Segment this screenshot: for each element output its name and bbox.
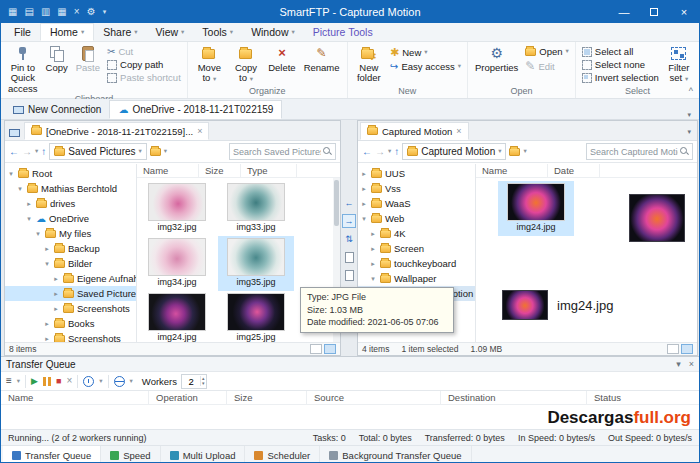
expand-arrow-icon[interactable]: ▸ (360, 200, 368, 208)
history-caret-icon[interactable]: ▾ (35, 148, 38, 155)
expand-arrow-icon[interactable]: ▸ (369, 260, 377, 268)
right-pane-tab[interactable]: Captured Motion× (360, 122, 469, 140)
thumbnail-view-button[interactable] (681, 344, 693, 354)
paste-shortcut-button[interactable]: Paste shortcut (104, 72, 184, 83)
thumbnail-view-button[interactable] (324, 344, 336, 354)
step-down-icon[interactable]: ▾ (202, 381, 205, 386)
chevron-down-icon[interactable]: ▾ (99, 378, 102, 385)
folder-window-icon[interactable]: ▥ (41, 7, 50, 17)
tree-item-uus[interactable]: ▸UUS (358, 166, 475, 181)
file-item[interactable]: img24.jpg (139, 291, 215, 342)
file-item[interactable]: img32.jpg (139, 181, 215, 236)
easy-access-button[interactable]: ↪Easy access▾ (387, 61, 464, 72)
favorites-caret-icon[interactable]: ▾ (164, 148, 167, 155)
copy-button[interactable]: Copy (42, 43, 72, 73)
tree-item-screen[interactable]: ▸Screen (358, 241, 475, 256)
column-header-type[interactable]: Type (241, 164, 297, 177)
chevron-down-icon[interactable]: ▾ (130, 378, 133, 385)
minimize-button[interactable]: — (609, 1, 639, 23)
tree-item-eigene-aufnahmen[interactable]: ▸Eigene Aufnahmen (5, 271, 136, 286)
workers-input[interactable] (182, 376, 200, 387)
list-view-button[interactable] (310, 344, 322, 354)
settings-icon[interactable]: ⚙ (87, 7, 96, 17)
transfer-right-button[interactable]: → (342, 214, 356, 228)
file-item[interactable]: img33.jpg (218, 181, 294, 236)
close-tab-icon[interactable]: × (456, 126, 461, 136)
address-bar[interactable]: Saved Pictures▾ (49, 143, 147, 160)
up-button[interactable]: ↑ (41, 147, 46, 157)
tab-onedrive-connection[interactable]: ☁OneDrive - 2018-11-21T022159 (109, 100, 282, 119)
search-box[interactable] (229, 143, 336, 160)
tree-item-onedrive[interactable]: ▾☁OneDrive (5, 211, 136, 226)
expand-arrow-icon[interactable]: ▸ (52, 305, 60, 313)
collapse-ribbon-button[interactable]: ^ (689, 86, 693, 96)
tree-item-screenshots-2[interactable]: ▸Screenshots (5, 331, 136, 342)
tab-background-transfer-queue[interactable]: Background Transfer Queue (320, 446, 471, 463)
pane-tabs-caret-icon[interactable]: ▾ (683, 128, 695, 140)
filter-set-button[interactable]: Filter set ▾ (662, 43, 696, 84)
tab-window[interactable]: Window▾ (242, 23, 304, 41)
open-button[interactable]: Open▾ (522, 46, 572, 57)
expand-arrow-icon[interactable]: ▾ (369, 275, 377, 283)
maximize-button[interactable] (639, 1, 669, 23)
scrollbar-thumb[interactable] (334, 180, 339, 226)
tree-item-4k[interactable]: ▸4K (358, 226, 475, 241)
tree-item-saved-pictures[interactable]: ▸Saved Pictures (5, 286, 136, 301)
favorites-folder-button[interactable] (509, 148, 520, 156)
connection-tabs-caret-icon[interactable]: ▾ (687, 111, 695, 119)
file-item[interactable]: img25.jpg (218, 291, 294, 342)
expand-arrow-icon[interactable]: ▸ (360, 185, 368, 193)
tab-speed[interactable]: Speed (101, 446, 160, 463)
new-folder-button[interactable]: ✱New folder (351, 43, 387, 84)
search-input[interactable] (590, 147, 678, 157)
tab-view[interactable]: View▾ (147, 23, 194, 41)
select-all-button[interactable]: Select all (579, 46, 662, 57)
expand-arrow-icon[interactable]: ▸ (360, 170, 368, 178)
schedule-icon[interactable] (83, 376, 94, 387)
tree-item-backup[interactable]: ▸Backup (5, 241, 136, 256)
select-none-button[interactable]: Select none (579, 59, 662, 70)
pin-to-quick-access-button[interactable]: Pin to Quick access (4, 43, 42, 94)
column-header-source[interactable]: Source (307, 391, 441, 404)
column-header-name[interactable]: Name (1, 391, 149, 404)
expand-arrow-icon[interactable]: ▾ (43, 260, 51, 268)
tree-item-books[interactable]: ▸Books (5, 316, 136, 331)
tab-tools[interactable]: Tools▾ (193, 23, 242, 41)
expand-arrow-icon[interactable]: ▾ (34, 230, 42, 238)
connection-icon[interactable]: ▤ (24, 7, 33, 17)
pane-list-icon[interactable] (7, 129, 24, 140)
column-header-name[interactable]: Name (476, 164, 548, 177)
back-button[interactable]: ← (362, 147, 372, 157)
paste-button[interactable]: Paste (72, 43, 104, 73)
network-icon[interactable] (114, 376, 125, 387)
tab-file[interactable]: File (5, 23, 40, 41)
add-to-queue-right-button[interactable] (342, 268, 356, 282)
stop-queue-button[interactable]: ■ (56, 377, 61, 386)
address-caret-icon[interactable]: ▾ (139, 148, 142, 155)
remove-item-button[interactable]: × (66, 376, 72, 386)
back-button[interactable]: ← (9, 147, 19, 157)
edit-button[interactable]: ✎Edit (522, 59, 572, 73)
file-item[interactable]: img34.jpg (139, 236, 215, 291)
search-box[interactable] (586, 143, 693, 160)
expand-arrow-icon[interactable]: ▸ (43, 245, 51, 253)
quick-access-caret-icon[interactable]: ▾ (103, 8, 107, 16)
file-item-selected[interactable]: img24.jpg (498, 181, 574, 236)
expand-arrow-icon[interactable]: ▾ (7, 170, 15, 178)
panel-close-icon[interactable]: × (689, 359, 694, 369)
tab-transfer-queue[interactable]: Transfer Queue (3, 446, 101, 463)
expand-arrow-icon[interactable]: ▸ (369, 230, 377, 238)
file-item-selected[interactable]: img35.jpg (218, 236, 294, 291)
move-to-button[interactable]: →Move to ▾ (191, 43, 228, 84)
left-pane-tab[interactable]: [OneDrive - 2018-11-21T022159]...× (24, 122, 209, 140)
tab-scheduler[interactable]: Scheduler (245, 446, 320, 463)
pause-queue-button[interactable] (43, 377, 51, 386)
cut-button[interactable]: ✂Cut (104, 46, 184, 57)
tree-item-drives[interactable]: ▸drives (5, 196, 136, 211)
tree-item-my-files[interactable]: ▾My files (5, 226, 136, 241)
workers-stepper[interactable]: ▴▾ (181, 374, 207, 389)
expand-arrow-icon[interactable]: ▾ (16, 185, 24, 193)
forward-button[interactable]: → (22, 147, 32, 157)
column-header-destination[interactable]: Destination (441, 391, 587, 404)
tree-item-wallpaper[interactable]: ▾Wallpaper (358, 271, 475, 286)
